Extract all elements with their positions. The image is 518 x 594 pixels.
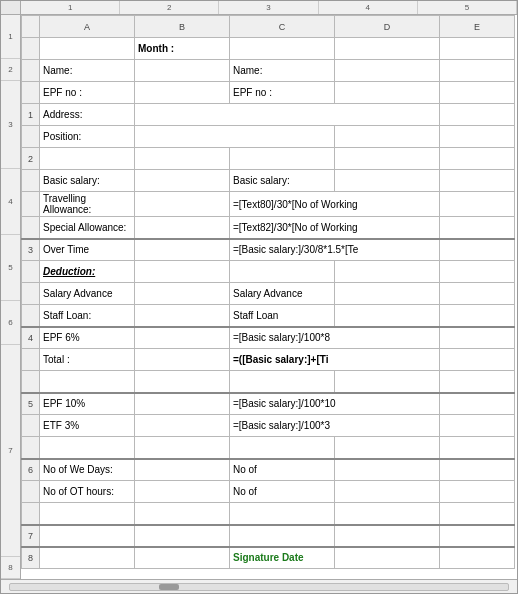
cell-e-position[interactable] <box>440 126 515 148</box>
cell-b-8[interactable] <box>135 547 230 569</box>
cell-e-epf10[interactable] <box>440 393 515 415</box>
cell-c-5b[interactable] <box>230 437 335 459</box>
cell-c-deduction[interactable] <box>230 261 335 283</box>
cell-d-position[interactable] <box>335 126 440 148</box>
cell-e-epf6[interactable] <box>440 327 515 349</box>
cell-e-6b[interactable] <box>440 503 515 525</box>
cell-total-value[interactable] <box>135 349 230 371</box>
cell-b-b2[interactable] <box>135 148 230 170</box>
cell-e-total[interactable] <box>440 349 515 371</box>
cell-wedays-value[interactable] <box>135 459 230 481</box>
row-ruler-3: 3 <box>1 81 20 169</box>
cell-b-7[interactable] <box>135 525 230 547</box>
table-row-address: 1 Address: <box>22 104 515 126</box>
cell-epf10-formula: =[Basic salary:]/100*10 <box>230 393 440 415</box>
cell-d-8[interactable] <box>335 547 440 569</box>
content-area: 1 2 3 4 5 6 7 8 A B C D E <box>1 15 517 579</box>
cell-b-bm[interactable] <box>135 371 230 393</box>
cell-epf-label2: EPF no : <box>230 82 335 104</box>
cell-noof2-value[interactable] <box>335 481 440 503</box>
cell-special-value[interactable] <box>135 217 230 239</box>
cell-c-bm[interactable] <box>230 371 335 393</box>
cell-name-value1[interactable] <box>135 60 230 82</box>
cell-e-name[interactable] <box>440 60 515 82</box>
cell-d-5b[interactable] <box>335 437 440 459</box>
cell-a1-empty[interactable] <box>40 38 135 60</box>
table-row-name: Name: Name: <box>22 60 515 82</box>
cell-othours-value[interactable] <box>135 481 230 503</box>
cell-deduction-label: Deduction: <box>40 261 135 283</box>
row-num-position <box>22 126 40 148</box>
cell-e-travel[interactable] <box>440 192 515 217</box>
cell-e-bm[interactable] <box>440 371 515 393</box>
cell-e-deduction[interactable] <box>440 261 515 283</box>
cell-noof2-label: No of <box>230 481 335 503</box>
cell-overtime-value[interactable] <box>135 239 230 261</box>
cell-e-epf[interactable] <box>440 82 515 104</box>
cell-d-bm[interactable] <box>335 371 440 393</box>
spreadsheet-table: A B C D E Month : <box>21 15 515 569</box>
cell-e1-empty[interactable] <box>440 38 515 60</box>
bottom-scrollbar[interactable] <box>1 579 517 593</box>
row-num-3: 3 <box>22 239 40 261</box>
cell-epf-value1[interactable] <box>135 82 230 104</box>
cell-e-days[interactable] <box>440 459 515 481</box>
cell-e-5b[interactable] <box>440 437 515 459</box>
cell-a-7[interactable] <box>40 525 135 547</box>
sheet-area[interactable]: A B C D E Month : <box>21 15 517 579</box>
cell-a-5b[interactable] <box>40 437 135 459</box>
cell-e-overtime[interactable] <box>440 239 515 261</box>
cell-c-6b[interactable] <box>230 503 335 525</box>
cell-position-value[interactable] <box>135 126 335 148</box>
cell-epf-value2[interactable] <box>335 82 440 104</box>
cell-e-sa[interactable] <box>440 283 515 305</box>
table-row-blank-mid <box>22 371 515 393</box>
table-row-blank-5b <box>22 437 515 459</box>
column-ruler: 1 2 3 4 5 <box>1 1 517 15</box>
cell-sl-value2[interactable] <box>335 305 440 327</box>
cell-name-value2[interactable] <box>335 60 440 82</box>
cell-e-sl[interactable] <box>440 305 515 327</box>
cell-deduction-val[interactable] <box>135 261 230 283</box>
cell-e-basic[interactable] <box>440 170 515 192</box>
cell-e-7[interactable] <box>440 525 515 547</box>
cell-sl-value[interactable] <box>135 305 230 327</box>
row-num-othours <box>22 481 40 503</box>
cell-c-b2[interactable] <box>230 148 335 170</box>
cell-total-label: Total : <box>40 349 135 371</box>
cell-travel-value[interactable] <box>135 192 230 217</box>
horizontal-scroll-track[interactable] <box>9 583 509 591</box>
cell-d-7[interactable] <box>335 525 440 547</box>
cell-e-address[interactable] <box>440 104 515 126</box>
col-header-d: D <box>335 16 440 38</box>
cell-etf-value[interactable] <box>135 415 230 437</box>
cell-a-b2[interactable] <box>40 148 135 170</box>
cell-e-b2[interactable] <box>440 148 515 170</box>
cell-c-7[interactable] <box>230 525 335 547</box>
cell-b-6b[interactable] <box>135 503 230 525</box>
cell-d-6b[interactable] <box>335 503 440 525</box>
cell-basic-value2[interactable] <box>335 170 440 192</box>
cell-d1-empty[interactable] <box>335 38 440 60</box>
cell-sa-value[interactable] <box>135 283 230 305</box>
cell-d-deduction[interactable] <box>335 261 440 283</box>
cell-basic-value1[interactable] <box>135 170 230 192</box>
cell-e-othours[interactable] <box>440 481 515 503</box>
table-row-epf10: 5 EPF 10% =[Basic salary:]/100*10 <box>22 393 515 415</box>
horizontal-scroll-thumb[interactable] <box>159 584 179 590</box>
row-num-7: 7 <box>22 525 40 547</box>
cell-sa-value2[interactable] <box>335 283 440 305</box>
cell-d-b2[interactable] <box>335 148 440 170</box>
cell-month-value[interactable] <box>230 38 335 60</box>
cell-a-6b[interactable] <box>40 503 135 525</box>
cell-epf6-value[interactable] <box>135 327 230 349</box>
cell-epf10-value[interactable] <box>135 393 230 415</box>
cell-noof1-value[interactable] <box>335 459 440 481</box>
cell-e-special[interactable] <box>440 217 515 239</box>
cell-b-5b[interactable] <box>135 437 230 459</box>
cell-e-etf[interactable] <box>440 415 515 437</box>
cell-a-8[interactable] <box>40 547 135 569</box>
cell-address-value[interactable] <box>135 104 440 126</box>
cell-e-8[interactable] <box>440 547 515 569</box>
cell-a-bm[interactable] <box>40 371 135 393</box>
